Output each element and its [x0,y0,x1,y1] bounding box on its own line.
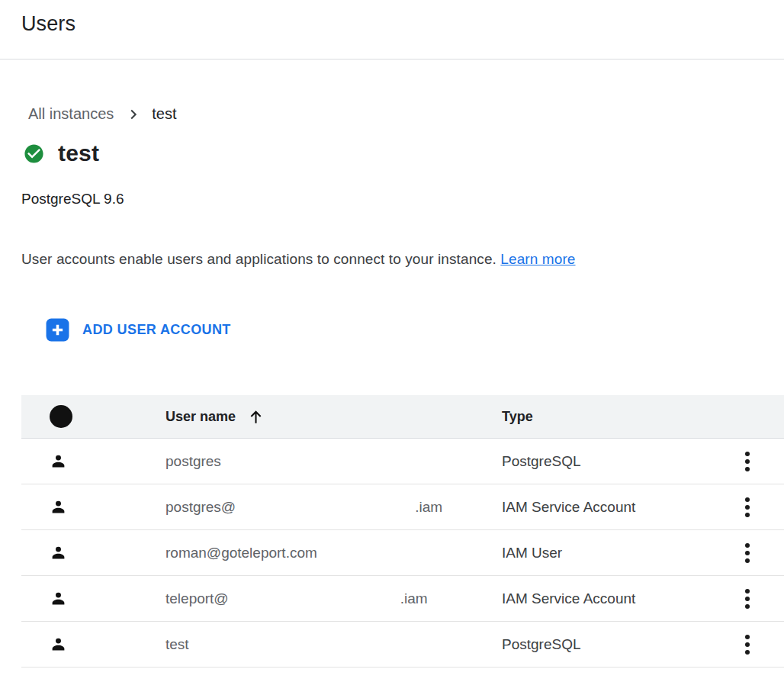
row-icon-cell [21,634,165,655]
user-type-cell: PostgreSQL [502,636,731,653]
table-row: postgres PostgreSQL [21,439,784,484]
row-icon-cell [21,588,165,609]
main-content: All instances test test PostgreSQL 9.6 U… [0,105,784,345]
row-icon-cell [21,497,165,517]
header-icon-cell [21,405,165,428]
table-header-row: User name Type [21,395,784,439]
check-circle-icon [23,143,45,165]
row-menu-kebab-icon[interactable] [732,446,763,477]
breadcrumb-current-page: test [152,105,176,123]
user-name-cell: roman@goteleport.com [165,545,502,561]
breadcrumb: All instances test [28,105,784,123]
column-header-type[interactable]: Type [502,409,731,425]
table-row: test PostgreSQL [21,622,784,668]
user-column-circle-icon [50,405,72,428]
person-icon [48,497,69,517]
person-icon [48,634,69,655]
table-row: teleport@ .iam IAM Service Account [21,576,784,622]
user-type-cell: IAM Service Account [502,499,731,516]
user-name-cell: test [165,636,502,653]
instance-version: PostgreSQL 9.6 [21,191,784,207]
user-name-cell: postgres@ .iam [165,499,502,516]
add-user-account-label: ADD USER ACCOUNT [82,322,231,338]
user-name-cell: postgres [165,453,502,470]
user-type-cell: IAM Service Account [502,590,731,607]
learn-more-link[interactable]: Learn more [500,251,575,267]
row-menu-kebab-icon[interactable] [732,492,763,523]
row-menu-kebab-icon[interactable] [732,584,763,614]
row-icon-cell [21,542,165,563]
users-description: User accounts enable users and applicati… [21,251,784,268]
row-menu-kebab-icon[interactable] [732,538,763,568]
add-user-account-button[interactable]: ADD USER ACCOUNT [46,318,231,342]
column-header-user-name[interactable]: User name [165,408,502,426]
chevron-right-icon [124,106,141,123]
page-header: Users [0,0,784,60]
instance-name: test [58,140,99,166]
user-name-cell: teleport@ .iam [165,590,502,607]
sort-ascending-arrow-icon [247,408,265,426]
table-row: postgres@ .iam IAM Service Account [21,484,784,530]
user-type-cell: PostgreSQL [502,453,731,470]
description-text: User accounts enable users and applicati… [21,251,496,267]
page-title: Users [21,12,784,36]
plus-icon [46,318,69,342]
person-icon [48,588,69,609]
row-menu-kebab-icon[interactable] [732,629,763,660]
table-row: roman@goteleport.com IAM User [21,530,784,576]
user-type-cell: IAM User [502,545,731,561]
instance-heading: test [21,140,784,166]
row-icon-cell [21,451,165,471]
users-table: User name Type postgres PostgreSQL [21,395,784,668]
person-icon [48,451,69,471]
breadcrumb-all-instances[interactable]: All instances [28,105,114,123]
person-icon [48,542,69,563]
